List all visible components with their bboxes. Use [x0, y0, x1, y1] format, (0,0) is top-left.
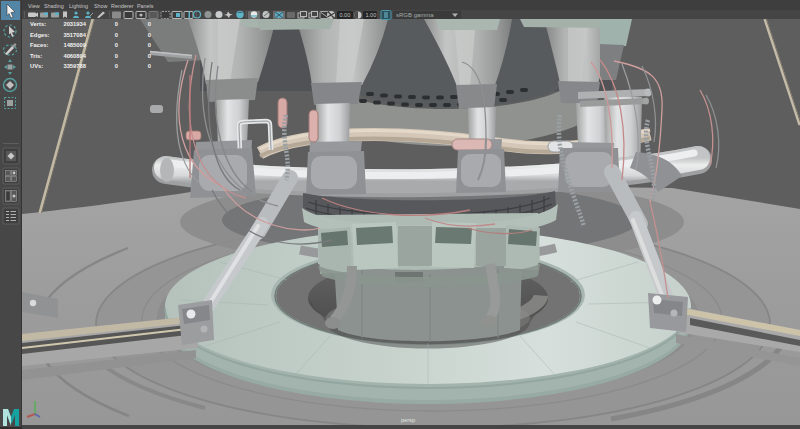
svg-text:0: 0 — [148, 53, 151, 59]
svg-text:1485009: 1485009 — [63, 42, 86, 48]
svg-text:1.00: 1.00 — [366, 12, 377, 18]
svg-text:0: 0 — [115, 42, 118, 48]
svg-text:3517084: 3517084 — [63, 32, 86, 38]
svg-text:0: 0 — [148, 32, 151, 38]
svg-text:Edges:: Edges: — [30, 32, 49, 38]
svg-text:Renderer: Renderer — [111, 3, 134, 9]
svg-text:Tris:: Tris: — [30, 53, 42, 59]
svg-text:Faces:: Faces: — [30, 42, 48, 48]
svg-text:0: 0 — [115, 21, 118, 27]
svg-text:sRGB gamma: sRGB gamma — [396, 12, 434, 18]
svg-text:0.00: 0.00 — [340, 12, 351, 18]
svg-text:0: 0 — [115, 32, 118, 38]
svg-text:0: 0 — [115, 63, 118, 69]
svg-text:persp: persp — [401, 417, 415, 423]
svg-text:Lighting: Lighting — [69, 3, 88, 9]
svg-text:2031934: 2031934 — [63, 21, 86, 27]
svg-text:UVs:: UVs: — [30, 63, 43, 69]
svg-text:Panels: Panels — [137, 3, 154, 9]
svg-text:Verts:: Verts: — [30, 21, 46, 27]
svg-text:0: 0 — [115, 53, 118, 59]
svg-text:Shading: Shading — [44, 3, 64, 9]
svg-text:View: View — [28, 3, 40, 9]
svg-text:4060804: 4060804 — [63, 53, 86, 59]
svg-text:Show: Show — [94, 3, 108, 9]
svg-text:3359788: 3359788 — [63, 63, 86, 69]
svg-text:0: 0 — [148, 21, 151, 27]
svg-text:0: 0 — [148, 42, 151, 48]
svg-text:0: 0 — [148, 63, 151, 69]
